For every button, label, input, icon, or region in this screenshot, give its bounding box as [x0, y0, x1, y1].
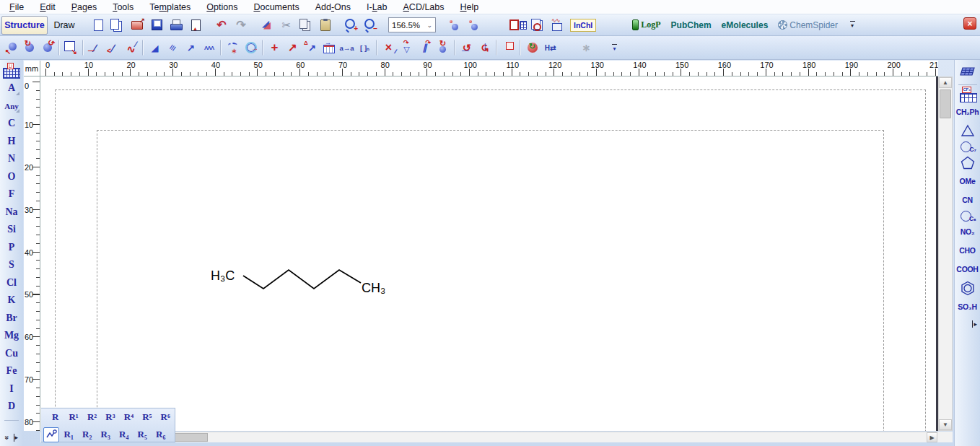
toolbar-icon[interactable]	[258, 17, 276, 34]
toolbar-icon[interactable]	[89, 17, 107, 34]
brand-search-button[interactable]: LogP	[632, 19, 660, 30]
toolbar-tool[interactable]	[302, 38, 320, 57]
element-button[interactable]: Cl	[0, 274, 23, 292]
radical-cho[interactable]: CHO	[959, 241, 975, 260]
toolbar-icon[interactable]	[548, 17, 566, 34]
toolbar-tool[interactable]	[496, 40, 497, 56]
toolbar-tool[interactable]	[2, 38, 20, 57]
radical-cn[interactable]: CN	[962, 191, 973, 209]
toolbar-icon[interactable]	[128, 17, 146, 34]
toolbar-icon[interactable]	[213, 17, 230, 34]
menu-item[interactable]: File	[1, 1, 32, 14]
radical-cyclopropane-icon[interactable]	[961, 121, 975, 140]
radical-so3h[interactable]: SO₃H	[958, 297, 976, 316]
radical-cooh[interactable]: COOH	[956, 260, 978, 279]
toolbar-tool[interactable]	[266, 38, 284, 57]
generate-inchi-button[interactable]: InChI	[570, 19, 596, 32]
radical-benzene-icon[interactable]	[961, 279, 975, 297]
r-group-button[interactable]: R⁶	[157, 411, 175, 423]
toolbar-icon[interactable]	[484, 17, 501, 34]
scroll-right-icon[interactable]: ▶	[927, 432, 937, 442]
element-button[interactable]: Mg	[0, 327, 23, 345]
toolbar-tool[interactable]	[220, 40, 222, 56]
toolbar-tool[interactable]	[58, 40, 60, 56]
r-group-button[interactable]: R	[46, 411, 64, 423]
toolbar-tool[interactable]	[577, 38, 595, 57]
element-button[interactable]: S	[0, 256, 23, 274]
toolbar-tool[interactable]	[398, 38, 416, 57]
vertical-scrollbar[interactable]: ▲ ▼	[938, 76, 953, 431]
toolbar-icon[interactable]	[509, 17, 527, 34]
terminal-ch3-left-label[interactable]: H₃C	[211, 268, 235, 283]
element-button[interactable]: Cu	[0, 345, 23, 363]
r-group-button[interactable]: R₃	[97, 429, 115, 440]
toolbar-tool[interactable]	[376, 40, 377, 56]
r-group-button[interactable]: R⁵	[138, 411, 156, 423]
collapse-chevrons-icon[interactable]: »	[3, 436, 11, 440]
toolbar-tool[interactable]	[454, 40, 455, 56]
toolbar-tool[interactable]	[200, 38, 218, 57]
chevron-down-icon[interactable]: ⌄	[426, 22, 432, 29]
toolbar-icon[interactable]: +	[343, 17, 360, 34]
vertical-scroll-thumb[interactable]	[940, 89, 951, 118]
expand-radicals-icon[interactable]: ▸	[972, 320, 977, 328]
toolbar-tool[interactable]: H⇄	[541, 38, 559, 57]
toolbar-tool[interactable]	[458, 38, 476, 57]
carbon-chain-bonds[interactable]	[243, 270, 361, 289]
r-group-button[interactable]: R₂	[78, 429, 97, 440]
toolbar-icon[interactable]	[297, 17, 315, 34]
toolbar-tool[interactable]	[38, 38, 56, 57]
structure-mode-button[interactable]: Structure	[1, 16, 48, 35]
user-radicals-icon[interactable]: CF₃	[958, 88, 977, 102]
toolbar-icon[interactable]	[529, 17, 546, 34]
r-group-button[interactable]: R₁	[60, 429, 79, 440]
menu-item[interactable]: ACD/Labs	[395, 1, 452, 14]
radicals-table-icon[interactable]	[958, 63, 977, 82]
toolbar-tool[interactable]	[224, 38, 242, 57]
toolbar-tool[interactable]	[164, 38, 182, 57]
toolbar-icon[interactable]: −	[362, 17, 380, 34]
radical-cyclooctane-icon[interactable]: C₈	[959, 209, 976, 222]
menu-item[interactable]: Add-Ons	[307, 1, 359, 14]
element-button[interactable]: Any	[0, 97, 23, 115]
element-button[interactable]: O	[0, 168, 23, 186]
toolbar-tool[interactable]	[242, 38, 260, 57]
element-button[interactable]: F	[0, 185, 23, 204]
element-button[interactable]: Na	[0, 204, 23, 222]
toolbar-tool[interactable]	[62, 38, 80, 57]
close-icon[interactable]: ×	[963, 17, 976, 30]
toolbar-tool[interactable]	[284, 38, 302, 57]
element-button[interactable]: Br	[0, 310, 23, 328]
toolbar-tool[interactable]	[559, 38, 577, 57]
element-button[interactable]: I	[0, 380, 23, 398]
radical-ome[interactable]: OMe	[960, 172, 976, 191]
element-button[interactable]: K	[0, 292, 23, 310]
r-group-button[interactable]: R₆	[152, 429, 170, 440]
menu-item[interactable]: Edit	[32, 1, 64, 14]
scroll-up-icon[interactable]: ▲	[939, 77, 952, 88]
toolbar-tool[interactable]	[82, 40, 84, 56]
toolbar-icon[interactable]	[167, 17, 185, 34]
menu-item[interactable]: Pages	[64, 1, 105, 14]
radical-ch2ph[interactable]: CH₂Ph	[956, 102, 979, 121]
toolbar-icon[interactable]	[605, 17, 622, 34]
toolbar-tool[interactable]	[434, 38, 452, 57]
element-button[interactable]: Fe	[0, 362, 23, 380]
toolbar-tool[interactable]	[476, 38, 494, 57]
r-group-button[interactable]: R¹	[64, 411, 82, 423]
drawing-canvas[interactable]: H₃C CH₃	[40, 76, 936, 431]
toolbar-overflow-icon[interactable]	[848, 21, 857, 29]
r-group-button[interactable]: R₅	[134, 429, 152, 440]
toolbar-icon[interactable]	[109, 17, 126, 34]
toolbar-icon[interactable]	[445, 17, 462, 34]
toolbar-tool[interactable]	[146, 38, 164, 57]
expand-panel-icon[interactable]: ▸	[14, 434, 19, 442]
element-button[interactable]: A	[0, 79, 23, 97]
draw-mode-button[interactable]: Draw	[48, 17, 81, 34]
radical-cyclopentane-icon[interactable]	[961, 153, 975, 172]
menu-item[interactable]: Templates	[141, 1, 198, 14]
element-button[interactable]: Si	[0, 221, 23, 239]
radical-no2[interactable]: NO₂	[961, 222, 975, 241]
r-group-button[interactable]: R³	[101, 411, 119, 423]
toolbar-tool[interactable]	[86, 38, 104, 57]
